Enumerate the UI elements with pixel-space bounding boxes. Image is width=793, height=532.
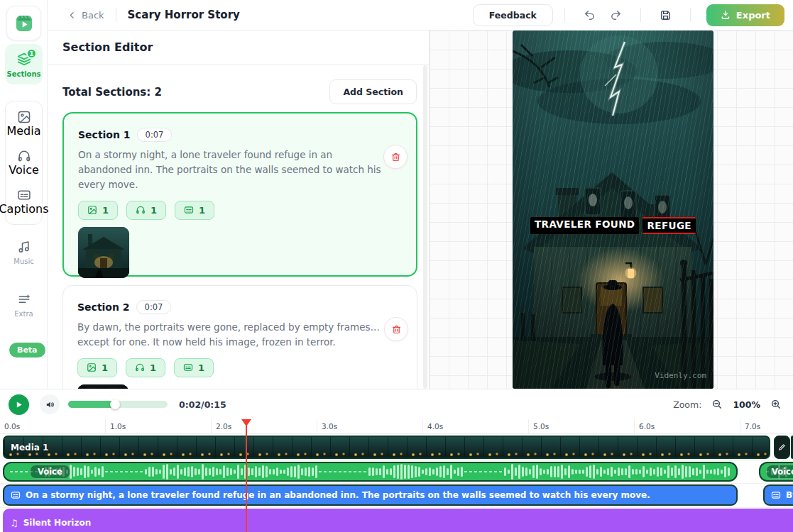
playback-bar: 0:02/0:15 Zoom: 100% bbox=[0, 389, 793, 419]
play-button[interactable] bbox=[9, 394, 29, 415]
track-separator bbox=[0, 483, 793, 484]
music-track-clip[interactable]: ♫ Silent Horizon bbox=[3, 509, 793, 532]
voice-count: 1 bbox=[151, 205, 157, 216]
trash-icon bbox=[391, 324, 402, 335]
voice-waveform bbox=[10, 463, 731, 480]
beta-badge: Beta bbox=[9, 343, 45, 358]
total-sections-label: Total Sections: 2 bbox=[62, 86, 162, 99]
music-note-icon: ♫ bbox=[10, 518, 18, 528]
section-card-1[interactable]: Section 1 0:07 On a stormy night, a lone… bbox=[62, 112, 417, 277]
delete-section-button[interactable] bbox=[384, 317, 408, 341]
caption-clip-text: By da bbox=[786, 490, 793, 500]
sidebar-item-label: Music bbox=[13, 257, 33, 265]
zoom-in-button[interactable] bbox=[769, 397, 783, 411]
chevron-left-icon bbox=[67, 11, 77, 20]
voice-count: 1 bbox=[150, 362, 156, 373]
list-plus-icon bbox=[17, 292, 31, 306]
speaker-icon bbox=[45, 399, 55, 410]
sidebar-item-label: Captions bbox=[0, 202, 49, 216]
track-separator bbox=[0, 507, 793, 508]
sidebar-item-label: Extra bbox=[14, 310, 33, 318]
seek-bar[interactable] bbox=[68, 401, 168, 408]
save-button[interactable] bbox=[652, 6, 679, 24]
back-label: Back bbox=[82, 10, 104, 21]
sidebar-item-voice[interactable]: Voice bbox=[6, 149, 42, 177]
caption-track-clip-2[interactable]: By da bbox=[763, 484, 793, 506]
timeline-ruler[interactable]: 0.0s 1.0s 2.0s 3.0s 4.0s 5.0s 6.0s 7.0s bbox=[0, 419, 793, 434]
sidebar-item-music[interactable]: Music bbox=[5, 240, 43, 265]
voice-count-badge: 1 bbox=[126, 358, 165, 377]
caption-count: 1 bbox=[199, 205, 205, 216]
captions-icon bbox=[17, 188, 31, 202]
redo-button[interactable] bbox=[603, 6, 629, 24]
image-icon bbox=[17, 110, 31, 124]
divider bbox=[690, 8, 691, 22]
captions-icon bbox=[183, 362, 193, 372]
video-caption-overlay: TRAVELER FOUND REFUGE bbox=[513, 217, 713, 234]
section-editor-heading: Section Editor bbox=[48, 31, 429, 65]
zoom-value: 100% bbox=[733, 399, 760, 410]
delete-section-button[interactable] bbox=[383, 145, 408, 169]
caption-clip-text: On a stormy night, a lone traveler found… bbox=[26, 490, 650, 500]
zoom-label: Zoom: bbox=[673, 399, 701, 410]
export-label: Export bbox=[736, 10, 770, 21]
asset-count-row: 1 1 1 bbox=[78, 201, 402, 220]
vignette-overlay bbox=[513, 31, 713, 389]
ruler-tick: 0.0s bbox=[0, 419, 106, 433]
video-preview[interactable]: TRAVELER FOUND REFUGE Videnly.com bbox=[513, 31, 713, 389]
sections-count-badge: 1 bbox=[26, 48, 37, 59]
voice-track-clip-1[interactable]: Voice bbox=[3, 462, 738, 482]
music-icon bbox=[17, 240, 31, 254]
image-icon bbox=[87, 362, 97, 372]
media-clip-label: Media 1 bbox=[11, 443, 48, 453]
sidebar-group: Media Voice bbox=[5, 101, 43, 225]
volume-button[interactable] bbox=[40, 394, 60, 414]
zoom-out-button[interactable] bbox=[710, 397, 724, 411]
undo-button[interactable] bbox=[576, 6, 603, 24]
voice-count-badge: 1 bbox=[126, 201, 166, 220]
voice-track-clip-2[interactable]: Voice bbox=[759, 462, 793, 482]
section-duration-badge: 0:07 bbox=[137, 128, 173, 142]
caption-highlight-word: REFUGE bbox=[642, 217, 696, 234]
caption-count-badge: 1 bbox=[174, 358, 214, 377]
section-card-2[interactable]: Section 2 0:07 By dawn, the portraits we… bbox=[62, 285, 417, 389]
app-logo[interactable] bbox=[6, 6, 41, 40]
ruler-tick: 4.0s bbox=[423, 419, 529, 433]
back-button[interactable]: Back bbox=[67, 10, 104, 21]
music-clip-label: Silent Horizon bbox=[23, 518, 92, 528]
ruler-tick: 3.0s bbox=[317, 419, 423, 433]
export-button[interactable]: Export bbox=[706, 4, 784, 26]
zoom-controls: Zoom: 100% bbox=[673, 397, 783, 411]
voice-clip-label: Voice bbox=[766, 465, 793, 479]
section-duration-badge: 0:07 bbox=[136, 300, 172, 314]
captions-icon bbox=[184, 205, 194, 215]
sidebar-item-captions[interactable]: Captions bbox=[6, 188, 42, 216]
headphones-icon bbox=[135, 362, 145, 372]
project-title: Scary Horror Story bbox=[128, 9, 240, 21]
add-section-button[interactable]: Add Section bbox=[329, 79, 417, 104]
divider bbox=[564, 8, 565, 22]
sidebar-item-media[interactable]: Media bbox=[6, 110, 42, 138]
sidebar: 1 Sections Media bbox=[0, 0, 48, 389]
sidebar-item-label: Voice bbox=[9, 163, 39, 177]
trash-icon bbox=[390, 152, 401, 162]
caption-track-clip-1[interactable]: On a stormy night, a lone traveler found… bbox=[3, 484, 738, 506]
media-count-badge: 1 bbox=[78, 201, 118, 220]
sidebar-item-sections[interactable]: 1 Sections bbox=[5, 44, 43, 84]
playhead[interactable] bbox=[246, 419, 247, 532]
topbar: Back Scary Horror Story Feedback bbox=[48, 0, 793, 31]
total-sections-row: Total Sections: 2 Add Section bbox=[48, 65, 429, 104]
time-display: 0:02/0:15 bbox=[179, 399, 226, 410]
panel-scrollbar[interactable] bbox=[423, 65, 427, 389]
section-editor-panel: Section Editor Total Sections: 2 Add Sec… bbox=[48, 31, 430, 389]
preview-canvas: TRAVELER FOUND REFUGE Videnly.com bbox=[430, 31, 793, 389]
download-icon bbox=[721, 10, 731, 20]
edit-media-button[interactable] bbox=[774, 436, 790, 459]
videnly-logo-icon bbox=[14, 13, 34, 33]
sidebar-item-extra[interactable]: Extra bbox=[5, 292, 43, 318]
media-track-clip-1[interactable]: Media 1 bbox=[3, 436, 770, 459]
seek-bar-thumb[interactable] bbox=[110, 399, 120, 409]
section-thumbnail[interactable] bbox=[78, 227, 129, 278]
feedback-button[interactable]: Feedback bbox=[473, 4, 553, 26]
playhead-handle[interactable] bbox=[241, 419, 251, 426]
